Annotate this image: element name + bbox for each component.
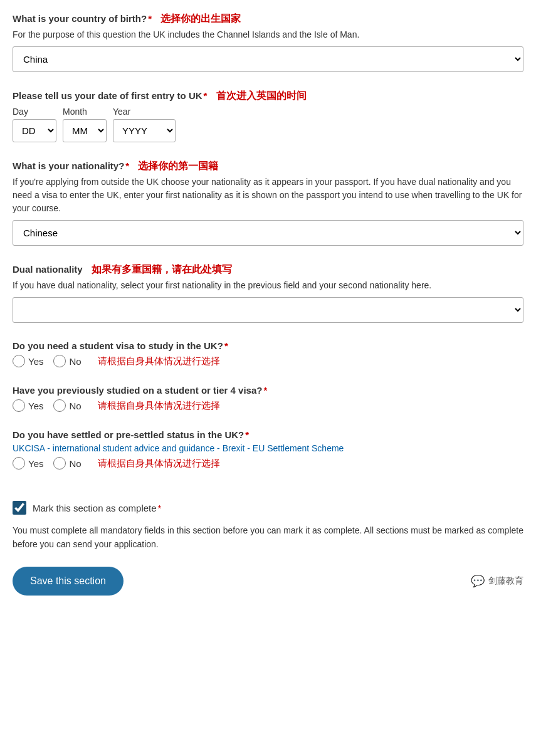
settled-status-radio-row: Yes No 请根据自身具体情况进行选择: [13, 457, 523, 470]
student-visa-no-item: No: [53, 355, 81, 367]
settled-status-yes-item: Yes: [13, 457, 43, 470]
required-star-visa: *: [224, 340, 228, 351]
nationality-section: What is your nationality?* 选择你的第一国籍 If y…: [13, 160, 523, 246]
previous-visa-yes-item: Yes: [13, 399, 43, 412]
country-of-birth-text: What is your country of birth?: [13, 13, 147, 24]
mark-complete-checkbox[interactable]: [13, 501, 26, 515]
day-label: Day: [13, 107, 56, 117]
previous-visa-chinese-hint: 请根据自身具体情况进行选择: [98, 400, 220, 412]
student-visa-text: Do you need a student visa to study in t…: [13, 340, 223, 351]
watermark-icon: 💬: [471, 574, 485, 588]
mandatory-note: You must complete all mandatory fields i…: [13, 523, 523, 552]
previous-visa-no-label: No: [69, 401, 81, 411]
previous-visa-section: Have you previously studied on a student…: [13, 385, 523, 412]
year-label: Year: [113, 107, 176, 117]
settled-status-link-row: UKCISA - international student advice an…: [13, 443, 523, 453]
student-visa-no-label: No: [69, 356, 81, 367]
nationality-text: What is your nationality?: [13, 160, 124, 171]
country-of-birth-section: What is your country of birth?* 选择你的出生国家…: [13, 13, 523, 72]
date-row: Day DD 0102030405 0607080910 1112131415 …: [13, 107, 523, 142]
student-visa-no-radio[interactable]: [53, 355, 66, 367]
required-star-prev-visa: *: [263, 385, 267, 396]
first-entry-label: Please tell us your date of first entry …: [13, 90, 523, 103]
student-visa-yes-radio[interactable]: [13, 355, 25, 367]
student-visa-section: Do you need a student visa to study in t…: [13, 340, 523, 367]
settled-status-section: Do you have settled or pre-settled statu…: [13, 429, 523, 470]
day-select[interactable]: DD 0102030405 0607080910 1112131415 1617…: [13, 119, 56, 142]
nationality-hint: If you're applying from outside the UK c…: [13, 176, 523, 215]
nationality-select[interactable]: Chinese British American Indian German F…: [13, 220, 523, 246]
settled-status-yes-radio[interactable]: [13, 457, 25, 470]
dual-nationality-section: Dual nationality 如果有多重国籍，请在此处填写 If you h…: [13, 263, 523, 323]
year-field: Year YYYY 2024202320222021 2020201920182…: [113, 107, 176, 142]
settled-status-no-item: No: [53, 457, 81, 470]
student-visa-chinese-hint: 请根据自身具体情况进行选择: [98, 355, 220, 367]
required-star-birth: *: [148, 13, 152, 24]
required-star-complete: *: [158, 503, 162, 513]
settled-status-no-label: No: [69, 458, 81, 469]
required-star-entry: *: [204, 90, 208, 101]
student-visa-label: Do you need a student visa to study in t…: [13, 340, 523, 351]
dual-nationality-label: Dual nationality 如果有多重国籍，请在此处填写: [13, 263, 523, 276]
country-of-birth-select[interactable]: China United Kingdom United States India…: [13, 46, 523, 72]
settled-status-text: Do you have settled or pre-settled statu…: [13, 429, 244, 440]
watermark: 💬 剑藤教育: [471, 574, 523, 588]
mark-complete-row: Mark this section as complete*: [13, 501, 523, 515]
mark-complete-text: Mark this section as complete: [33, 503, 157, 513]
previous-visa-text: Have you previously studied on a student…: [13, 385, 262, 396]
month-label: Month: [63, 107, 107, 117]
country-of-birth-hint: For the purpose of this question the UK …: [13, 28, 523, 41]
required-star-settled: *: [245, 429, 249, 440]
settled-status-chinese-hint: 请根据自身具体情况进行选择: [98, 458, 220, 470]
previous-visa-radio-row: Yes No 请根据自身具体情况进行选择: [13, 399, 523, 412]
footer-row: Save this section 💬 剑藤教育: [13, 567, 523, 596]
month-select[interactable]: MM 0102030405 0607080910 1112: [63, 119, 107, 142]
save-button[interactable]: Save this section: [13, 567, 123, 596]
month-field: Month MM 0102030405 0607080910 1112: [63, 107, 107, 142]
previous-visa-yes-radio[interactable]: [13, 399, 25, 412]
dual-nationality-select[interactable]: Chinese British American Indian German F…: [13, 297, 523, 323]
nationality-label: What is your nationality?* 选择你的第一国籍: [13, 160, 523, 173]
previous-visa-yes-label: Yes: [28, 401, 43, 411]
required-star-nationality: *: [125, 160, 129, 171]
previous-visa-no-radio[interactable]: [53, 399, 66, 412]
previous-visa-label: Have you previously studied on a student…: [13, 385, 523, 396]
settled-status-no-radio[interactable]: [53, 457, 66, 470]
country-of-birth-label: What is your country of birth?* 选择你的出生国家: [13, 13, 523, 26]
mark-complete-label: Mark this section as complete*: [33, 503, 161, 513]
ukcisa-link[interactable]: UKCISA - international student advice an…: [13, 443, 344, 453]
first-entry-chinese: 首次进入英国的时间: [216, 90, 307, 101]
first-entry-text: Please tell us your date of first entry …: [13, 90, 202, 101]
dual-nationality-hint: If you have dual nationality, select you…: [13, 279, 523, 292]
student-visa-yes-item: Yes: [13, 355, 43, 367]
complete-section: Mark this section as complete* You must …: [13, 488, 523, 596]
dual-nationality-select-wrapper: Chinese British American Indian German F…: [13, 297, 523, 323]
settled-status-label: Do you have settled or pre-settled statu…: [13, 429, 523, 440]
student-visa-yes-label: Yes: [28, 356, 43, 367]
dual-nationality-chinese: 如果有多重国籍，请在此处填写: [92, 264, 232, 275]
dual-nationality-text: Dual nationality: [13, 264, 83, 275]
watermark-text: 剑藤教育: [488, 575, 523, 587]
nationality-chinese: 选择你的第一国籍: [138, 160, 218, 171]
previous-visa-no-item: No: [53, 399, 81, 412]
country-of-birth-chinese: 选择你的出生国家: [160, 13, 241, 24]
settled-status-yes-label: Yes: [28, 458, 43, 469]
first-entry-section: Please tell us your date of first entry …: [13, 90, 523, 142]
year-select[interactable]: YYYY 2024202320222021 2020201920182017 2…: [113, 119, 176, 142]
day-field: Day DD 0102030405 0607080910 1112131415 …: [13, 107, 56, 142]
student-visa-radio-row: Yes No 请根据自身具体情况进行选择: [13, 355, 523, 367]
